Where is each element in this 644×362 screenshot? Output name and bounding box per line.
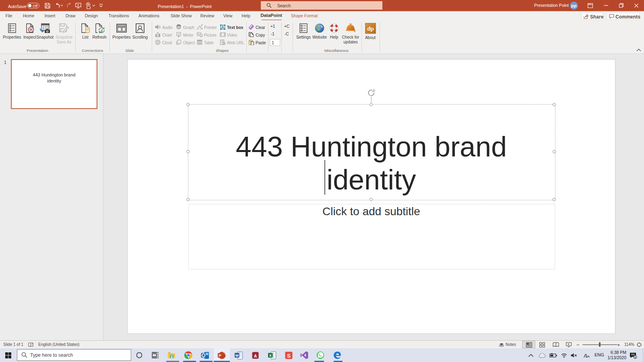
svg-text:dp: dp — [367, 25, 374, 32]
svg-text:S: S — [287, 353, 291, 359]
svg-text:X: X — [269, 354, 272, 358]
svg-text:P: P — [219, 353, 221, 358]
svg-text:W: W — [235, 354, 239, 358]
svg-text:1: 1 — [634, 355, 636, 359]
svg-text:A: A — [254, 354, 257, 358]
